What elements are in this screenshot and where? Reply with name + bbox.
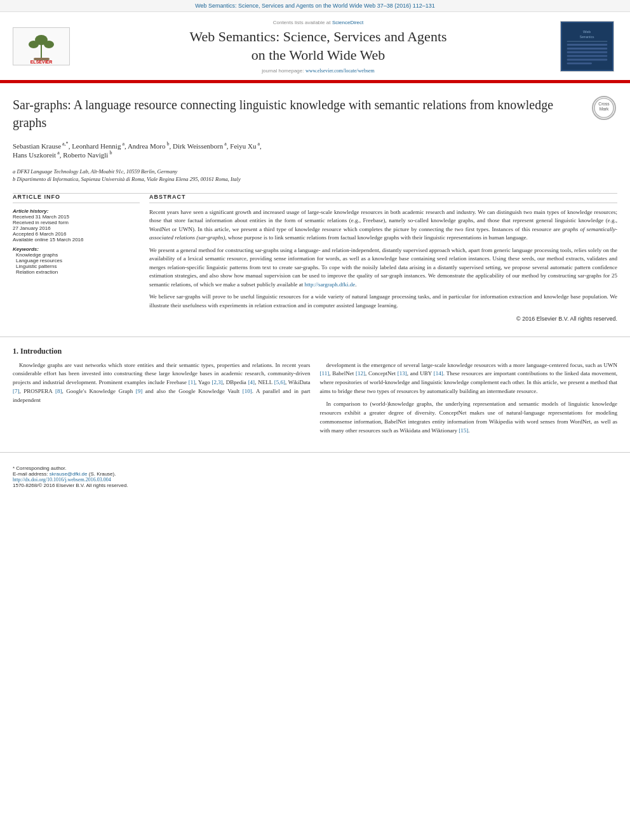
- journal-banner-text: Web Semantics: Science, Services and Age…: [195, 3, 435, 9]
- journal-title-area: Contents lists available at ScienceDirec…: [83, 18, 554, 74]
- keyword-2: Language resources: [16, 258, 140, 263]
- article-title-area: Sar-graphs: A language resource connecti…: [0, 83, 630, 138]
- abstract-text: Recent years have seen a significant gro…: [149, 208, 617, 324]
- affiliations-area: a DFKI Language Technology Lab, Alt-Moab…: [0, 165, 630, 193]
- svg-rect-13: [567, 48, 607, 50]
- article-info-label: ARTICLE INFO: [13, 194, 140, 203]
- author-xu: Feiyu Xu: [230, 142, 256, 150]
- homepage-link[interactable]: www.elsevier.com/locate/websem: [305, 68, 375, 74]
- journal-banner: Web Semantics: Science, Services and Age…: [0, 0, 630, 12]
- homepage-label: journal homepage:: [262, 68, 304, 74]
- info-abstract-area: ARTICLE INFO Article history: Received 3…: [0, 194, 630, 324]
- intro-text-left: Knowledge graphs are vast networks which…: [13, 361, 311, 406]
- received-date: Received 31 March 2015: [13, 214, 140, 220]
- author-navigli: Roberto Navigli: [63, 151, 108, 159]
- author-krause: Sebastian Krause: [13, 142, 61, 150]
- journal-homepage-area: journal homepage: www.elsevier.com/locat…: [83, 67, 554, 74]
- intro-para3: In comparison to (world-)knowledge graph…: [320, 400, 618, 436]
- keyword-4: Relation extraction: [16, 269, 140, 275]
- footer-area: * Corresponding author. E-mail address: …: [0, 452, 630, 495]
- affiliation-a: a DFKI Language Technology Lab, Alt-Moab…: [13, 168, 617, 175]
- abstract-para1: Recent years have seen a significant gro…: [149, 208, 617, 243]
- abstract-para2: We present a general method for construc…: [149, 246, 617, 290]
- intro-section-title: 1. Introduction: [13, 347, 617, 356]
- keywords-item: Keywords: Knowledge graphs Language reso…: [13, 246, 140, 275]
- journal-thumbnail: Web Semantics: [560, 21, 614, 72]
- abstract-label: ABSTRACT: [149, 194, 617, 203]
- svg-rect-12: [567, 44, 607, 46]
- svg-point-4: [44, 41, 54, 48]
- email-line: E-mail address: skrause@dfki.de (S. Krau…: [13, 471, 617, 477]
- elsevier-logo-svg: ELSEVIER: [15, 29, 69, 63]
- keywords-label: Keywords:: [13, 246, 140, 252]
- abstract-col: ABSTRACT Recent years have seen a signif…: [149, 194, 617, 324]
- copyright-line: © 2016 Elsevier B.V. All rights reserved…: [149, 315, 617, 324]
- email-link[interactable]: skrause@dfki.de: [50, 471, 88, 477]
- available-online: Available online 15 March 2016: [13, 237, 140, 243]
- intro-col-right: development is the emergence of several …: [320, 361, 618, 440]
- author-weissenborn: Dirk Weissenborn: [173, 142, 223, 150]
- svg-text:Web: Web: [583, 29, 591, 33]
- crossmark-icon[interactable]: Cross Mark: [592, 96, 616, 120]
- crossmark-badge[interactable]: Cross Mark: [592, 96, 617, 121]
- elsevier-logo-box: ELSEVIER: [13, 27, 70, 65]
- intro-para1: Knowledge graphs are vast networks which…: [13, 361, 311, 406]
- article-info-col: ARTICLE INFO Article history: Received 3…: [13, 194, 140, 324]
- corresponding-note: * Corresponding author.: [13, 465, 617, 471]
- svg-point-3: [29, 41, 39, 48]
- svg-rect-17: [567, 62, 592, 64]
- received-revised-date: 27 January 2016: [13, 225, 140, 231]
- contents-available-text: Contents lists available at ScienceDirec…: [83, 18, 554, 25]
- intro-text-right: development is the emergence of several …: [320, 361, 618, 436]
- journal-title: Web Semantics: Science, Services and Age…: [83, 28, 554, 64]
- journal-thumb-svg: Web Semantics: [561, 21, 613, 72]
- svg-text:Cross: Cross: [598, 102, 610, 106]
- elsevier-logo-area: ELSEVIER: [13, 27, 76, 65]
- history-item: Article history: Received 31 March 2015 …: [13, 208, 140, 243]
- svg-text:Semantics: Semantics: [580, 36, 594, 39]
- intro-two-col: Knowledge graphs are vast networks which…: [13, 361, 617, 440]
- history-label: Article history:: [13, 208, 140, 214]
- abstract-para3: We believe sar-graphs will prove to be u…: [149, 293, 617, 310]
- svg-rect-16: [567, 58, 607, 60]
- introduction-section: 1. Introduction Knowledge graphs are vas…: [0, 337, 630, 440]
- accepted-date: Accepted 6 March 2016: [13, 231, 140, 237]
- doi-link[interactable]: http://dx.doi.org/10.1016/j.websem.2016.…: [13, 477, 617, 483]
- affiliation-b: b Dipartimento di Informatica, Sapienza …: [13, 176, 617, 182]
- journal-header: ELSEVIER Contents lists available at Sci…: [0, 12, 630, 81]
- svg-text:Mark: Mark: [600, 107, 609, 111]
- svg-text:ELSEVIER: ELSEVIER: [30, 60, 52, 63]
- journal-thumbnail-area: Web Semantics: [560, 21, 617, 72]
- svg-rect-15: [567, 55, 607, 57]
- author-hennig: Leonhard Hennig: [72, 142, 121, 150]
- intro-para2: development is the emergence of several …: [320, 361, 618, 397]
- sciencedirect-link[interactable]: ScienceDirect: [332, 20, 363, 25]
- authors-area: Sebastian Krause a,*, Leonhard Hennig a,…: [0, 138, 630, 164]
- keyword-1: Knowledge graphs: [16, 252, 140, 258]
- author-moro: Andrea Moro: [128, 142, 166, 150]
- received-revised-label: Received in revised form: [13, 220, 140, 225]
- issn-text: 1570-8268/© 2016 Elsevier B.V. All right…: [13, 483, 617, 488]
- intro-col-left: Knowledge graphs are vast networks which…: [13, 361, 311, 440]
- svg-rect-14: [567, 51, 607, 53]
- article-title: Sar-graphs: A language resource connecti…: [13, 96, 592, 131]
- keyword-3: Linguistic patterns: [16, 263, 140, 269]
- contents-label: Contents lists available at: [273, 20, 331, 25]
- author-uszkoreit: Hans Uszkoreit: [13, 151, 56, 159]
